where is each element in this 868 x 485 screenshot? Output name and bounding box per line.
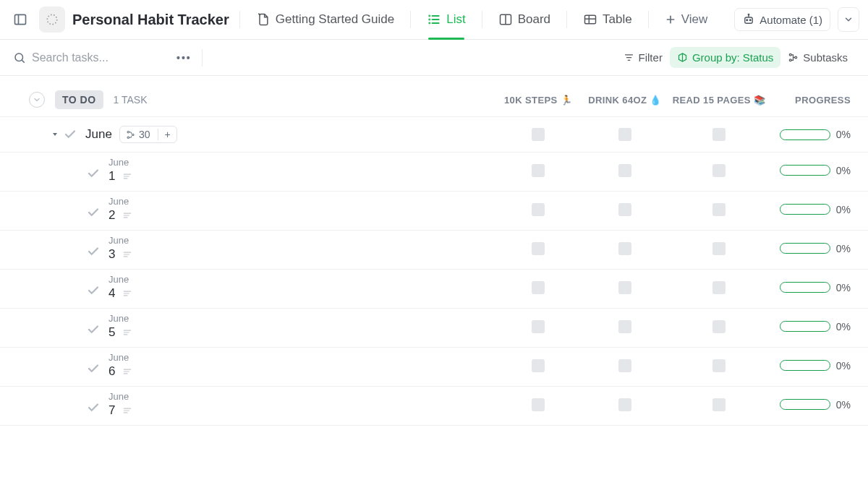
subtasks-icon: [788, 52, 799, 63]
status-pill[interactable]: TO DO: [55, 90, 103, 109]
checkbox-read[interactable]: [712, 128, 726, 141]
column-header-drink[interactable]: DRINK 64OZ 💧: [582, 95, 668, 106]
task-row-parent[interactable]: June 30 + 0%: [0, 117, 868, 153]
subtask-day: 5: [109, 325, 132, 340]
status-check-icon[interactable]: [87, 206, 100, 219]
table-icon: [583, 12, 597, 27]
checkbox-steps[interactable]: [532, 281, 545, 294]
tab-board[interactable]: Board: [493, 0, 556, 40]
progress-bar: [780, 399, 830, 410]
group-by-button[interactable]: Group by: Status: [670, 47, 780, 68]
subtask-day: 1: [109, 169, 132, 184]
checkbox-read[interactable]: [712, 164, 726, 177]
page-title: Personal Habit Tracker: [72, 12, 229, 28]
subtask-month: June: [109, 157, 132, 168]
subtasks-label: Subtasks: [803, 51, 848, 64]
checkbox-drink[interactable]: [618, 398, 631, 411]
tab-list[interactable]: List: [421, 0, 471, 40]
checkbox-read[interactable]: [712, 203, 726, 216]
runner-icon: 🏃: [561, 95, 572, 106]
column-header-steps[interactable]: 10K STEPS 🏃: [495, 95, 582, 106]
subtask-row[interactable]: June 2 0%: [0, 192, 868, 231]
checkbox-drink[interactable]: [618, 164, 631, 177]
checkbox-drink[interactable]: [618, 203, 631, 216]
column-header-read[interactable]: READ 15 PAGES 📚: [668, 95, 770, 106]
checkbox-steps[interactable]: [532, 398, 545, 411]
checkbox-steps[interactable]: [532, 359, 545, 372]
checkbox-steps[interactable]: [532, 320, 545, 333]
checkbox-steps[interactable]: [532, 128, 545, 141]
filter-button[interactable]: Filter: [616, 47, 670, 68]
group-icon: [677, 52, 688, 63]
progress-text: 0%: [836, 165, 851, 176]
svg-line-22: [22, 60, 24, 62]
subtask-row[interactable]: June 5 0%: [0, 309, 868, 348]
tab-getting-started[interactable]: Getting Started Guide: [250, 0, 400, 40]
space-icon[interactable]: [39, 7, 65, 33]
checkbox-steps[interactable]: [532, 164, 545, 177]
subtask-day: 4: [109, 286, 132, 301]
checkbox-read[interactable]: [712, 398, 726, 411]
svg-point-17: [746, 20, 748, 21]
subtask-row[interactable]: June 3 0%: [0, 231, 868, 270]
more-options-button[interactable]: •••: [176, 52, 192, 64]
status-check-icon[interactable]: [64, 128, 77, 141]
doc-pin-icon: [256, 12, 271, 27]
status-check-icon[interactable]: [87, 284, 100, 297]
checkbox-steps[interactable]: [532, 203, 545, 216]
checkbox-drink[interactable]: [618, 242, 631, 255]
divider: [566, 11, 567, 28]
status-check-icon[interactable]: [87, 323, 100, 336]
automate-button[interactable]: Automate (1): [734, 8, 830, 31]
status-check-icon[interactable]: [87, 362, 100, 375]
checkbox-steps[interactable]: [532, 242, 545, 255]
svg-marker-29: [53, 133, 57, 136]
subtask-row[interactable]: June 7 0%: [0, 387, 868, 426]
status-check-icon[interactable]: [87, 401, 100, 414]
subtask-row[interactable]: June 4 0%: [0, 270, 868, 309]
subtask-row[interactable]: June 6 0%: [0, 348, 868, 387]
progress-bar: [780, 360, 830, 371]
add-view-button[interactable]: View: [659, 0, 714, 40]
checkbox-read[interactable]: [712, 359, 726, 372]
checkbox-drink[interactable]: [618, 320, 631, 333]
progress-cell: 0%: [770, 321, 851, 332]
caret-down-icon[interactable]: [51, 130, 59, 139]
app-header: Personal Habit Tracker Getting Started G…: [0, 0, 868, 40]
progress-text: 0%: [836, 399, 851, 411]
subtask-row[interactable]: June 1 0%: [0, 153, 868, 192]
subtask-count-badge[interactable]: 30 +: [119, 126, 177, 143]
description-icon: [122, 210, 132, 220]
progress-cell: 0%: [770, 204, 851, 215]
header-dropdown[interactable]: [838, 7, 859, 32]
group-by-prefix: Group by:: [692, 51, 740, 64]
tab-table[interactable]: Table: [577, 0, 638, 40]
checkbox-read[interactable]: [712, 281, 726, 294]
search-input[interactable]: [32, 51, 162, 64]
subtasks-button[interactable]: Subtasks: [780, 47, 855, 68]
svg-point-30: [127, 131, 129, 132]
checkbox-drink[interactable]: [618, 281, 631, 294]
tab-label: Table: [603, 12, 632, 27]
checkbox-read[interactable]: [712, 320, 726, 333]
svg-point-21: [15, 53, 23, 61]
status-check-icon[interactable]: [87, 167, 100, 180]
progress-cell: 0%: [770, 282, 851, 293]
description-icon: [122, 366, 132, 377]
checkbox-drink[interactable]: [618, 128, 631, 141]
progress-text: 0%: [836, 282, 851, 293]
toggle-sidebar-button[interactable]: [9, 8, 32, 31]
svg-point-20: [749, 14, 750, 16]
checkbox-drink[interactable]: [618, 359, 631, 372]
column-header-progress[interactable]: PROGRESS: [770, 95, 856, 106]
subtask-month: June: [109, 313, 132, 324]
svg-point-32: [127, 137, 129, 138]
filter-label: Filter: [639, 51, 663, 64]
select-all-toggle[interactable]: [29, 92, 45, 108]
status-check-icon[interactable]: [87, 245, 100, 258]
add-subtask-button[interactable]: +: [158, 129, 170, 140]
svg-point-7: [429, 20, 430, 20]
checkbox-read[interactable]: [712, 242, 726, 255]
branch-icon: [126, 130, 135, 140]
subtask-day: 2: [109, 208, 132, 223]
